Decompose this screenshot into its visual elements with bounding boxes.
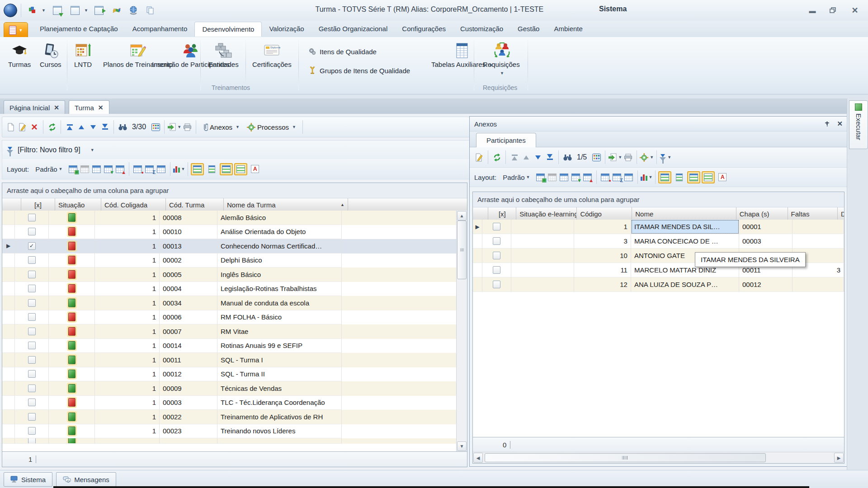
row-checkbox[interactable] — [28, 313, 36, 321]
filter-icon[interactable]: ▼ — [660, 150, 671, 164]
view-rows-toggle[interactable] — [234, 163, 247, 175]
layout-select[interactable]: Padrão▼ — [503, 174, 530, 181]
last-record-button[interactable] — [544, 150, 556, 164]
group-by-bar[interactable]: Arraste aqui o cabeçalho de uma coluna p… — [473, 192, 844, 207]
table-row[interactable]: 1 00008 Alemão Básico — [2, 211, 457, 225]
table-row[interactable]: ▶ ✓ 1 00013 Conhecendo Normas Certificad… — [2, 239, 457, 253]
filter-icon[interactable] — [7, 147, 13, 154]
scrollbar-thumb[interactable] — [485, 453, 766, 462]
table-row[interactable]: 1 00023 Treinando novos Líderes — [2, 424, 457, 439]
itens-qualidade-button[interactable]: Itens de Qualidade — [306, 46, 379, 57]
reports-icon[interactable] — [111, 5, 122, 16]
close-button[interactable]: ✕ — [848, 6, 862, 15]
manage-layout-button[interactable] — [91, 162, 103, 176]
table-row[interactable]: 1 00005 Inglês Básico — [2, 267, 457, 282]
print-button[interactable] — [181, 120, 193, 134]
table-row[interactable]: 1 00004 Legislação-Rotinas Trabalhistas — [2, 282, 457, 296]
sistema-menu[interactable]: Sistema — [599, 5, 627, 13]
row-checkbox[interactable] — [28, 285, 36, 292]
sistema-status-button[interactable]: Sistema — [4, 472, 52, 487]
cursos-button[interactable]: Cursos — [37, 41, 64, 70]
table-row[interactable] — [2, 438, 457, 444]
previous-record-button[interactable] — [75, 120, 87, 134]
table-row[interactable]: ▶ 1 ITAMAR MENDES DA SIL… 00001 — [473, 220, 844, 234]
quick-edit-button[interactable] — [156, 162, 167, 176]
save-layout-button[interactable]: ▣ — [67, 162, 79, 176]
application-menu-button[interactable]: ▼ — [4, 22, 28, 38]
row-checkbox[interactable] — [28, 214, 36, 221]
header-situacao[interactable]: Situação — [55, 198, 101, 211]
open-panel-icon[interactable] — [94, 5, 104, 16]
grupos-itens-qualidade-button[interactable]: Grupos de Itens de Qualidade — [306, 65, 413, 76]
horizontal-scrollbar[interactable]: ◀ ▶ — [473, 452, 844, 463]
view-cards-toggle[interactable] — [673, 171, 686, 183]
header-turma[interactable]: Cód. Turma — [166, 198, 224, 211]
conditional-format-button[interactable]: ● — [132, 162, 144, 176]
view-preview-toggle[interactable] — [220, 163, 233, 175]
chart-button[interactable]: ▼ — [641, 170, 653, 184]
row-checkbox[interactable] — [493, 237, 500, 245]
entidades-button[interactable]: Entidades — [206, 41, 241, 70]
table-row[interactable]: 1 00002 Delphi Básico — [2, 253, 457, 268]
totvs-app-icon[interactable] — [4, 4, 17, 17]
requisicoes-button[interactable]: Requisições▼ — [480, 41, 523, 79]
scrollbar-thumb[interactable] — [457, 221, 467, 279]
export-layout-button[interactable]: ▲ — [582, 170, 594, 184]
lntd-button[interactable]: LNTD — [71, 41, 94, 70]
tab-acompanhamento[interactable]: Acompanhamento — [125, 22, 195, 36]
table-row[interactable]: 1 00003 TLC - Téc.Liderança Coordenação — [2, 396, 457, 410]
font-style-button[interactable]: A — [716, 171, 729, 183]
layout-select[interactable]: Padrão▼ — [35, 165, 62, 173]
header-check[interactable]: [x] — [488, 207, 516, 220]
print-button[interactable] — [622, 150, 634, 164]
table-row[interactable]: 1 00010 Análise Orientada do Objeto — [2, 225, 457, 239]
export-button[interactable]: ▼ — [167, 120, 181, 134]
row-checkbox[interactable] — [493, 252, 500, 259]
header-codigo[interactable]: Código — [577, 207, 632, 220]
close-tab-icon[interactable]: ✕ — [54, 104, 59, 111]
table-row[interactable]: 1 00034 Manual de conduta da escola — [2, 296, 457, 310]
tab-ambiente[interactable]: Ambiente — [547, 22, 590, 36]
row-checkbox[interactable] — [28, 342, 36, 349]
conditional-format-button[interactable]: ● — [599, 170, 611, 184]
view-rows-toggle[interactable] — [702, 171, 715, 183]
edit-record-button[interactable] — [473, 150, 485, 164]
quick-edit-button[interactable] — [623, 170, 635, 184]
filter-name[interactable]: [Filtro: Novo filtro 9] — [18, 146, 80, 154]
refresh-button[interactable] — [46, 120, 58, 134]
row-checkbox[interactable] — [28, 385, 36, 392]
next-record-button[interactable] — [532, 150, 544, 164]
table-row[interactable]: 1 00014 Rotinas Anuais 99 e SEFIP — [2, 339, 457, 353]
group-by-bar[interactable]: Arraste aqui o cabeçalho de uma coluna p… — [2, 183, 467, 198]
row-checkbox[interactable] — [28, 399, 36, 406]
row-checkbox[interactable] — [28, 299, 36, 307]
minimize-button[interactable]: ▬ — [806, 6, 819, 15]
tab-pagina-inicial[interactable]: Página Inicial ✕ — [4, 100, 65, 114]
row-checkbox[interactable] — [28, 256, 36, 264]
export-layout-button[interactable]: ▲ — [114, 162, 126, 176]
row-checkbox[interactable] — [28, 438, 36, 444]
tab-turma[interactable]: Turma ✕ — [69, 100, 109, 114]
window-icon[interactable] — [70, 5, 80, 16]
new-record-button[interactable] — [5, 120, 17, 134]
tab-valorizacao[interactable]: Valorização — [262, 22, 311, 36]
row-checkbox[interactable] — [28, 413, 36, 421]
search-icon[interactable] — [561, 150, 573, 164]
header-chapa[interactable]: Chapa (s) — [736, 207, 788, 220]
certificacoes-button[interactable]: Diploma Certificações — [250, 41, 294, 70]
scroll-down-icon[interactable]: ▼ — [457, 441, 467, 451]
row-checkbox[interactable] — [493, 266, 500, 274]
search-icon[interactable] — [117, 120, 128, 134]
import-layout-button[interactable]: ▼ — [103, 162, 114, 176]
import-layout-button[interactable]: ▼ — [570, 170, 582, 184]
last-record-button[interactable] — [99, 120, 111, 134]
font-style-button[interactable]: A — [249, 163, 261, 175]
next-record-button[interactable] — [87, 120, 99, 134]
turmas-button[interactable]: Turmas — [5, 41, 33, 70]
header-coligada[interactable]: Cód. Coligada — [101, 198, 166, 211]
totals-button[interactable]: Σ — [144, 162, 156, 176]
header-extra[interactable]: D — [838, 207, 844, 220]
scroll-right-icon[interactable]: ▶ — [834, 453, 844, 463]
processos-button[interactable]: ▼ — [640, 150, 654, 164]
chevron-down-icon[interactable]: ▼ — [42, 8, 46, 13]
